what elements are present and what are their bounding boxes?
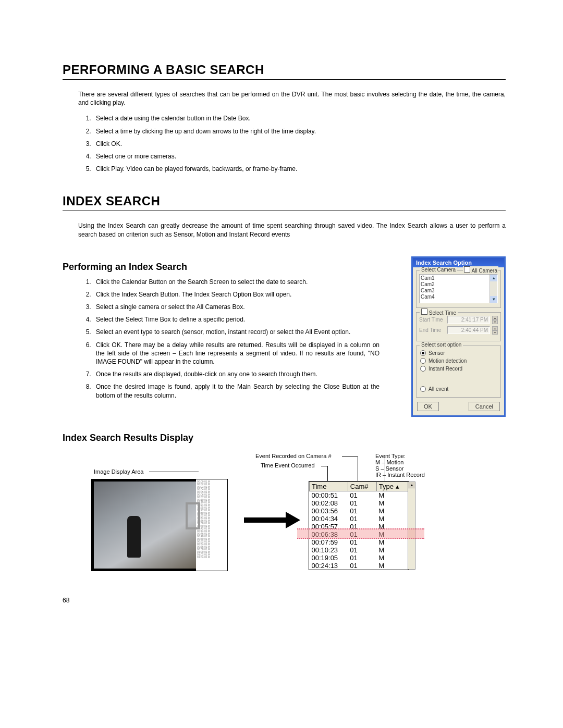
cell-type: M xyxy=(376,491,408,499)
cell-time: 00:04:34 xyxy=(310,515,348,523)
list-item[interactable]: Cam2 xyxy=(421,281,496,288)
cell-time: 00:07:59 xyxy=(310,538,348,546)
step: Once the results are displayed, double-c… xyxy=(93,370,380,378)
end-time-label: End Time xyxy=(419,327,445,333)
cell-time: 00:10:23 xyxy=(310,546,348,554)
cell-type: M xyxy=(376,538,408,546)
time-spinner[interactable]: ▴▾ xyxy=(492,316,498,324)
radio-motion[interactable]: Motion detection xyxy=(419,357,498,365)
table-row[interactable]: 00:24:1301M xyxy=(310,562,408,570)
cell-type: M xyxy=(376,507,408,515)
cell-time: 00:06:38 xyxy=(310,530,348,538)
cell-type: M xyxy=(376,530,408,538)
anno-event-camera: Event Recorded on Camera # xyxy=(255,453,332,459)
start-time-label: Start Time xyxy=(419,317,445,323)
table-row[interactable]: 00:10:2301M xyxy=(310,546,408,554)
table-row[interactable]: 00:02:0801M xyxy=(310,499,408,507)
cell-type: M xyxy=(376,523,408,530)
table-row[interactable]: 00:00:5101M xyxy=(310,491,408,499)
results-table: Time Cam# Type ▴ 00:00:5101M00:02:0801M0… xyxy=(309,481,409,570)
cell-cam: 01 xyxy=(348,554,376,562)
sort-option-label: Select sort option xyxy=(420,342,463,348)
table-row[interactable]: 00:06:3801M xyxy=(310,530,408,538)
step: Select the Select Time Box to define a s… xyxy=(93,315,380,324)
scroll-down-icon[interactable]: ▾ xyxy=(490,296,497,303)
radio-sensor[interactable]: Sensor xyxy=(419,349,498,357)
step: Once the desired image is found, apply i… xyxy=(93,382,380,399)
radio-all-event[interactable]: All event xyxy=(419,385,498,393)
cell-time: 00:19:05 xyxy=(310,554,348,562)
index-search-option-dialog: Index Search Option Select Camera All Ca… xyxy=(411,256,506,417)
cell-cam: 01 xyxy=(348,499,376,507)
cell-cam: 01 xyxy=(348,523,376,530)
intro-basic-search: There are several different types of sea… xyxy=(78,90,506,107)
cell-time: 00:24:13 xyxy=(310,562,348,570)
table-row[interactable]: 00:04:3401M xyxy=(310,515,408,523)
step: Click OK. xyxy=(93,140,506,148)
cell-time: 00:03:56 xyxy=(310,507,348,515)
table-row[interactable]: 00:19:0501M xyxy=(310,554,408,562)
cell-cam: 01 xyxy=(348,562,376,570)
sort-arrow-icon[interactable]: ▴ xyxy=(396,483,399,490)
heading-performing-index: Performing an Index Search xyxy=(63,262,401,273)
scroll-up-icon[interactable]: ▴ xyxy=(490,275,497,281)
page-number: 68 xyxy=(63,597,69,604)
col-time[interactable]: Time xyxy=(310,482,348,491)
cell-type: M xyxy=(376,515,408,523)
start-time-field[interactable]: 2:41:17 PM xyxy=(447,316,490,324)
cancel-button[interactable]: Cancel xyxy=(469,402,500,411)
heading-basic-search: PERFORMING A BASIC SEARCH xyxy=(63,63,506,80)
end-time-field[interactable]: 2:40:44 PM xyxy=(447,326,490,334)
col-cam[interactable]: Cam# xyxy=(348,482,376,491)
anno-time-occurred: Time Event Occurred xyxy=(261,462,315,468)
radio-instant-record[interactable]: Instant Record xyxy=(419,365,498,373)
cell-type: M xyxy=(376,554,408,562)
document-page: PERFORMING A BASIC SEARCH There are seve… xyxy=(0,0,563,620)
scrollbar[interactable]: ▴ xyxy=(408,482,415,570)
list-item[interactable]: Cam3 xyxy=(421,288,496,294)
step: Click OK. There may be a delay while res… xyxy=(93,341,380,366)
select-time-checkbox[interactable]: Select Time xyxy=(420,309,458,316)
cell-cam: 01 xyxy=(348,515,376,523)
all-camera-checkbox[interactable]: All Camera xyxy=(463,266,498,274)
camera-listbox[interactable]: Cam1 Cam2 Cam3 Cam4 ▴ ▾ xyxy=(419,274,498,303)
col-type[interactable]: Type ▴ xyxy=(376,482,408,491)
cell-time: 00:00:51 xyxy=(310,491,348,499)
list-item[interactable]: Cam1 xyxy=(421,275,496,281)
step: Select a date using the calendar button … xyxy=(93,114,506,122)
step: Select one or more cameras. xyxy=(93,152,506,161)
cell-cam: 01 xyxy=(348,491,376,499)
thumbnail-event-strip: 00:00 01 M00:02 01 M00:03 01 M00:04 01 M… xyxy=(196,479,227,571)
scrollbar[interactable]: ▴ ▾ xyxy=(489,275,497,303)
video-thumbnail: 00:00 01 M00:02 01 M00:03 01 M00:04 01 M… xyxy=(91,479,228,571)
cell-type: M xyxy=(376,499,408,507)
heading-index-search: INDEX SEARCH xyxy=(63,194,506,211)
ok-button[interactable]: OK xyxy=(417,402,439,411)
cell-type: M xyxy=(376,562,408,570)
step: Select a time by clicking the up and dow… xyxy=(93,127,506,135)
table-row[interactable]: 00:05:5701M xyxy=(310,523,408,530)
step: Click the Calendar Button on the Search … xyxy=(93,278,380,286)
time-spinner[interactable]: ▴▾ xyxy=(492,326,498,335)
cell-time: 00:05:57 xyxy=(310,523,348,530)
arrow-icon xyxy=(244,513,301,527)
step: Click the Index Search Button. The Index… xyxy=(93,290,380,299)
cell-time: 00:02:08 xyxy=(310,499,348,507)
table-row[interactable]: 00:07:5901M xyxy=(310,538,408,546)
step: Select an event type to search (sensor, … xyxy=(93,328,380,336)
cell-cam: 01 xyxy=(348,530,376,538)
list-item[interactable]: Cam4 xyxy=(421,294,496,300)
results-figure: Image Display Area Event Recorded on Cam… xyxy=(63,453,506,588)
anno-image-display: Image Display Area xyxy=(94,468,143,475)
select-camera-label: Select Camera xyxy=(420,267,457,273)
cell-type: M xyxy=(376,546,408,554)
intro-index-search: Using the Index Search can greatly decre… xyxy=(78,221,506,238)
cell-cam: 01 xyxy=(348,507,376,515)
steps-basic-search: Select a date using the calendar button … xyxy=(78,114,506,173)
cell-cam: 01 xyxy=(348,546,376,554)
anno-event-type: Event Type: M – Motion S – Sensor IR – I… xyxy=(375,453,454,478)
step: Click Play. Video can be played forwards… xyxy=(93,165,506,173)
cell-cam: 01 xyxy=(348,538,376,546)
table-row[interactable]: 00:03:5601M xyxy=(310,507,408,515)
heading-results-display: Index Search Results Display xyxy=(63,433,506,443)
